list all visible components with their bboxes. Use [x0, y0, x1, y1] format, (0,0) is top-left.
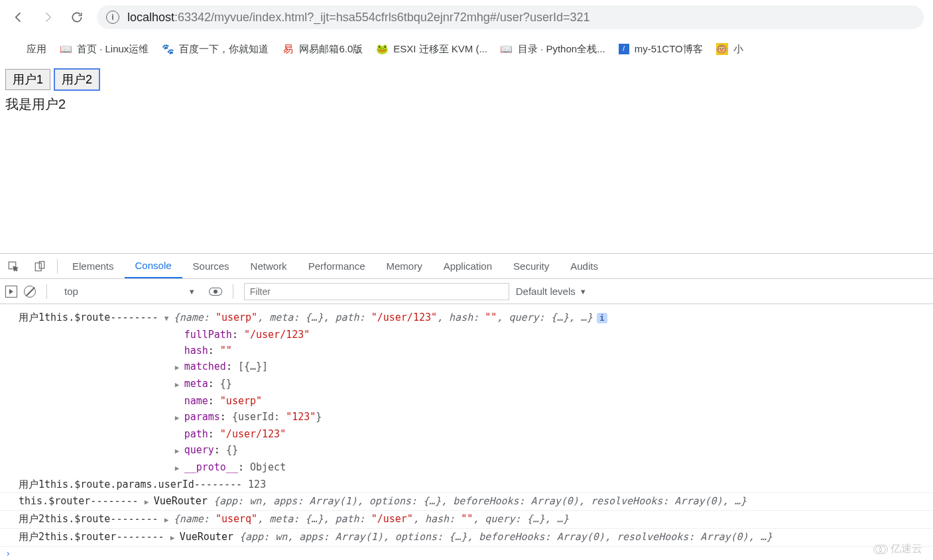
book-icon: 📖	[60, 43, 72, 55]
chevron-down-icon: ▼	[188, 288, 196, 296]
bookmark-item[interactable]: 📖目录 · Python全栈...	[501, 43, 605, 56]
context-label: top	[64, 286, 78, 297]
forward-button[interactable]	[38, 8, 57, 27]
back-button[interactable]	[9, 8, 28, 27]
divider	[46, 284, 47, 299]
bookmark-label: 小	[733, 43, 743, 56]
info-badge-icon[interactable]: i	[597, 313, 607, 323]
tab-application[interactable]: Application	[433, 254, 503, 278]
device-toggle-button[interactable]	[27, 254, 53, 278]
tab-sources[interactable]: Sources	[182, 254, 240, 278]
console-entry: 用户1this.$route-------- ▼{name: "userp", …	[0, 308, 933, 476]
bookmark-item[interactable]: 易网易邮箱6.0版	[282, 43, 363, 56]
svg-rect-1	[35, 262, 41, 270]
levels-label: Default levels	[516, 286, 576, 297]
netease-icon: 易	[282, 43, 294, 55]
console-entry: 用户2this.$route-------- ▶{name: "userq", …	[0, 511, 933, 529]
expand-arrow-icon[interactable]: ▶	[175, 377, 182, 393]
baidu-icon: 🐾	[162, 43, 174, 55]
tab-console[interactable]: Console	[125, 254, 182, 278]
console-output: 用户1this.$route-------- ▼{name: "userp", …	[0, 304, 933, 547]
apps-icon	[9, 43, 21, 55]
user2-button[interactable]: 用户2	[54, 69, 99, 90]
console-prompt[interactable]: ›	[0, 547, 933, 560]
tab-network[interactable]: Network	[240, 254, 298, 278]
log-body[interactable]: ▶VueRouter {app: wn, apps: Array(1), opt…	[145, 493, 914, 510]
bookmark-label: 百度一下，你就知道	[179, 43, 269, 56]
expand-arrow-icon[interactable]: ▶	[175, 410, 182, 426]
log-label: 用户1this.$route.params.userId--------	[19, 476, 248, 492]
expand-arrow-icon[interactable]: ▶	[145, 494, 151, 510]
log-label: this.$router--------	[19, 493, 145, 510]
bookmark-item[interactable]: 🐾百度一下，你就知道	[162, 43, 269, 56]
context-selector[interactable]: top▼	[58, 286, 202, 297]
expand-arrow-icon[interactable]: ▼	[164, 311, 171, 327]
expand-arrow-icon[interactable]: ▶	[175, 461, 182, 476]
expand-arrow-icon[interactable]: ▶	[170, 530, 177, 546]
console-entry: this.$router-------- ▶VueRouter {app: wn…	[0, 493, 933, 511]
log-body[interactable]: ▶VueRouter {app: wn, apps: Array(1), opt…	[170, 529, 914, 546]
svg-rect-2	[39, 261, 44, 268]
expand-arrow-icon[interactable]: ▶	[175, 360, 182, 376]
filter-input[interactable]	[244, 283, 509, 300]
toggle-sidebar-icon[interactable]	[5, 286, 17, 298]
reload-button[interactable]	[68, 8, 86, 27]
log-label: 用户1this.$route--------	[19, 309, 164, 325]
inspect-element-button[interactable]	[0, 254, 27, 278]
site-info-icon[interactable]: i	[106, 11, 119, 24]
user1-button[interactable]: 用户1	[5, 69, 50, 90]
bookmark-item[interactable]: /my-51CTO博客	[619, 43, 703, 56]
log-body[interactable]: 123	[248, 476, 914, 492]
url-text: localhost:63342/myvue/index.html?_ijt=hs…	[127, 11, 590, 25]
divider	[233, 284, 233, 299]
page-text: 我是用户2	[5, 95, 928, 113]
book-icon: 📖	[501, 43, 513, 55]
bookmark-label: 网易邮箱6.0版	[299, 43, 363, 56]
bookmark-label: 首页 · Linux运维	[77, 43, 149, 56]
apps-button[interactable]: 应用	[9, 43, 46, 56]
bookmark-label: ESXI 迁移至 KVM (...	[393, 43, 487, 56]
tab-performance[interactable]: Performance	[298, 254, 376, 278]
browser-toolbar: i localhost:63342/myvue/index.html?_ijt=…	[0, 0, 933, 34]
console-toolbar: top▼ Default levels▼	[0, 279, 933, 304]
console-entry: 用户2this.$router-------- ▶VueRouter {app:…	[0, 529, 933, 547]
apps-label: 应用	[27, 43, 46, 56]
tab-elements[interactable]: Elements	[62, 254, 125, 278]
bookmark-item[interactable]: 🐵小	[716, 43, 743, 56]
address-bar[interactable]: i localhost:63342/myvue/index.html?_ijt=…	[97, 5, 924, 29]
expand-arrow-icon[interactable]: ▶	[175, 443, 182, 459]
bookmark-item[interactable]: 📖首页 · Linux运维	[60, 43, 149, 56]
bookmark-label: my-51CTO博客	[635, 43, 703, 56]
frog-icon: 🐸	[376, 43, 388, 55]
bookmark-item[interactable]: 🐸ESXI 迁移至 KVM (...	[376, 43, 487, 56]
monkey-icon: 🐵	[716, 43, 728, 55]
cto-icon: /	[619, 44, 629, 54]
console-entry: 用户1this.$route.params.userId-------- 123	[0, 476, 933, 493]
devtools-panel: ElementsConsoleSourcesNetworkPerformance…	[0, 253, 933, 560]
page-content: 用户1 用户2 我是用户2	[0, 64, 933, 119]
log-label: 用户2this.$route--------	[19, 511, 164, 528]
tab-memory[interactable]: Memory	[376, 254, 433, 278]
chevron-down-icon: ▼	[580, 288, 587, 296]
live-expression-icon[interactable]	[209, 288, 222, 296]
divider	[57, 259, 58, 274]
devtools-tabs: ElementsConsoleSourcesNetworkPerformance…	[0, 254, 933, 279]
tab-security[interactable]: Security	[503, 254, 560, 278]
bookmarks-bar: 应用 📖首页 · Linux运维 🐾百度一下，你就知道 易网易邮箱6.0版 🐸E…	[0, 34, 933, 64]
watermark: 亿速云	[873, 542, 922, 556]
log-body[interactable]: ▶{name: "userq", meta: {…}, path: "/user…	[164, 511, 914, 528]
log-levels-selector[interactable]: Default levels▼	[516, 286, 587, 297]
watermark-icon	[873, 545, 888, 554]
tab-audits[interactable]: Audits	[560, 254, 609, 278]
clear-console-icon[interactable]	[24, 286, 36, 298]
log-body[interactable]: ▼{name: "userp", meta: {…}, path: "/user…	[164, 309, 914, 476]
expand-arrow-icon[interactable]: ▶	[164, 512, 171, 528]
log-label: 用户2this.$router--------	[19, 529, 170, 546]
bookmark-label: 目录 · Python全栈...	[518, 43, 605, 56]
